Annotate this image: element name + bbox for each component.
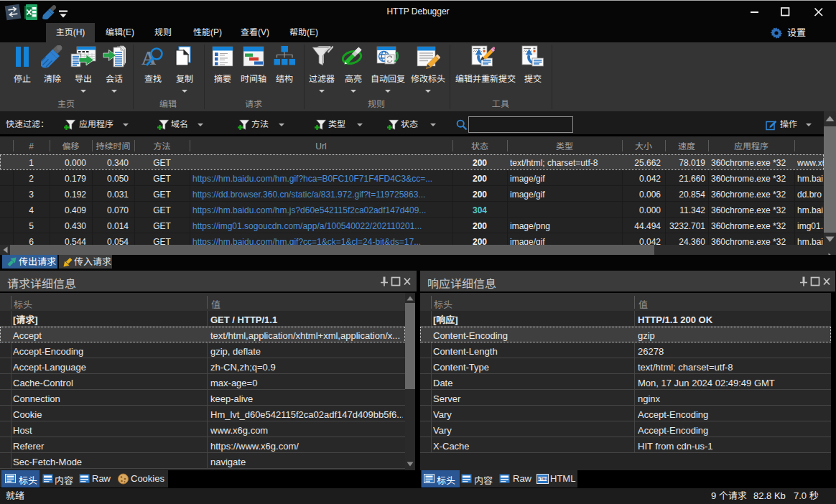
svg-text:HTML: HTML	[537, 477, 547, 481]
